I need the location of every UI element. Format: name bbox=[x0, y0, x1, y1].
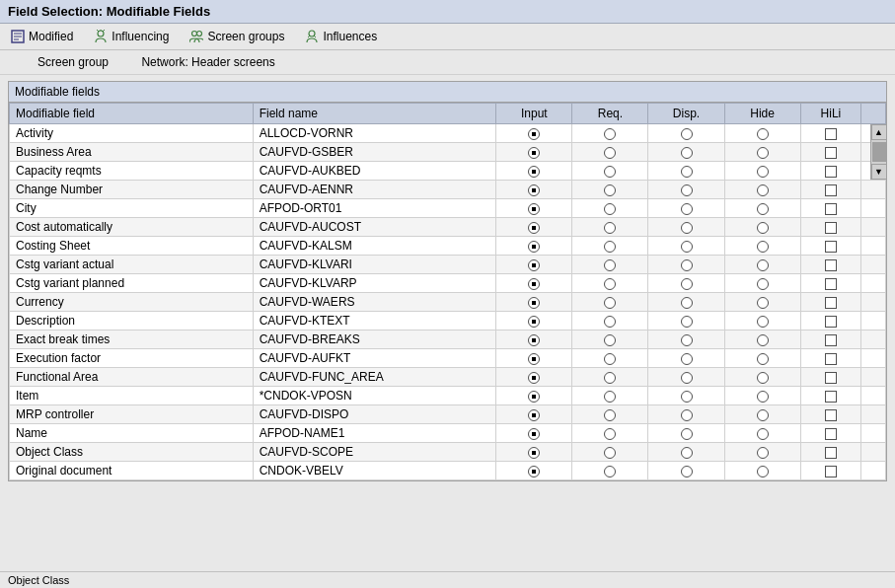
cell-disp[interactable] bbox=[648, 237, 724, 256]
checkbox-hili[interactable] bbox=[825, 203, 837, 215]
cell-disp[interactable] bbox=[648, 293, 724, 312]
radio-disp-empty[interactable] bbox=[681, 391, 693, 403]
cell-req[interactable] bbox=[572, 293, 648, 312]
cell-disp[interactable] bbox=[648, 162, 724, 181]
cell-req[interactable] bbox=[572, 331, 648, 349]
radio-hide-empty[interactable] bbox=[757, 297, 769, 309]
radio-input-filled[interactable] bbox=[528, 278, 540, 290]
checkbox-hili[interactable] bbox=[825, 409, 837, 421]
cell-input[interactable] bbox=[496, 405, 572, 424]
checkbox-hili[interactable] bbox=[825, 241, 837, 253]
cell-req[interactable] bbox=[572, 218, 648, 237]
cell-input[interactable] bbox=[496, 387, 572, 405]
cell-input[interactable] bbox=[496, 462, 572, 480]
radio-req-empty[interactable] bbox=[604, 466, 616, 478]
checkbox-hili[interactable] bbox=[825, 353, 837, 365]
radio-input-filled[interactable] bbox=[528, 353, 540, 365]
checkbox-hili[interactable] bbox=[825, 259, 837, 271]
cell-hide[interactable] bbox=[724, 256, 800, 274]
cell-hili[interactable] bbox=[800, 199, 861, 218]
radio-req-empty[interactable] bbox=[604, 372, 616, 384]
radio-disp-empty[interactable] bbox=[681, 166, 693, 178]
checkbox-hili[interactable] bbox=[825, 372, 837, 384]
radio-disp-empty[interactable] bbox=[681, 278, 693, 290]
cell-disp[interactable] bbox=[648, 443, 724, 462]
radio-req-empty[interactable] bbox=[604, 184, 616, 196]
cell-hili[interactable] bbox=[800, 162, 861, 181]
radio-req-empty[interactable] bbox=[604, 259, 616, 271]
cell-disp[interactable] bbox=[648, 405, 724, 424]
cell-input[interactable] bbox=[496, 331, 572, 349]
cell-hide[interactable] bbox=[724, 181, 800, 199]
radio-input-filled[interactable] bbox=[528, 241, 540, 253]
radio-disp-empty[interactable] bbox=[681, 316, 693, 328]
radio-disp-empty[interactable] bbox=[681, 334, 693, 346]
cell-req[interactable] bbox=[572, 387, 648, 405]
radio-disp-empty[interactable] bbox=[681, 297, 693, 309]
cell-hili[interactable] bbox=[800, 405, 861, 424]
cell-hide[interactable] bbox=[724, 162, 800, 181]
cell-input[interactable] bbox=[496, 162, 572, 181]
checkbox-hili[interactable] bbox=[825, 466, 837, 478]
cell-input[interactable] bbox=[496, 274, 572, 293]
cell-hide[interactable] bbox=[724, 368, 800, 387]
radio-req-empty[interactable] bbox=[604, 278, 616, 290]
radio-hide-empty[interactable] bbox=[757, 391, 769, 403]
radio-disp-empty[interactable] bbox=[681, 147, 693, 159]
radio-input-filled[interactable] bbox=[528, 466, 540, 478]
cell-req[interactable] bbox=[572, 349, 648, 368]
cell-disp[interactable] bbox=[648, 331, 724, 349]
radio-hide-empty[interactable] bbox=[757, 409, 769, 421]
cell-hili[interactable] bbox=[800, 387, 861, 405]
cell-disp[interactable] bbox=[648, 349, 724, 368]
cell-req[interactable] bbox=[572, 143, 648, 162]
radio-req-empty[interactable] bbox=[604, 297, 616, 309]
cell-hili[interactable] bbox=[800, 462, 861, 480]
radio-disp-empty[interactable] bbox=[681, 184, 693, 196]
cell-req[interactable] bbox=[572, 124, 648, 143]
cell-hili[interactable] bbox=[800, 293, 861, 312]
radio-disp-empty[interactable] bbox=[681, 372, 693, 384]
cell-req[interactable] bbox=[572, 274, 648, 293]
radio-hide-empty[interactable] bbox=[757, 316, 769, 328]
cell-hili[interactable] bbox=[800, 331, 861, 349]
cell-hide[interactable] bbox=[724, 462, 800, 480]
radio-disp-empty[interactable] bbox=[681, 466, 693, 478]
radio-input-filled[interactable] bbox=[528, 222, 540, 234]
cell-hide[interactable] bbox=[724, 331, 800, 349]
radio-input-filled[interactable] bbox=[528, 391, 540, 403]
radio-disp-empty[interactable] bbox=[681, 447, 693, 459]
influencing-button[interactable]: Influencing bbox=[89, 27, 173, 46]
radio-hide-empty[interactable] bbox=[757, 278, 769, 290]
checkbox-hili[interactable] bbox=[825, 147, 837, 159]
radio-disp-empty[interactable] bbox=[681, 128, 693, 140]
cell-hili[interactable] bbox=[800, 218, 861, 237]
cell-input[interactable] bbox=[496, 443, 572, 462]
cell-hide[interactable] bbox=[724, 218, 800, 237]
radio-input-filled[interactable] bbox=[528, 372, 540, 384]
radio-input-filled[interactable] bbox=[528, 297, 540, 309]
cell-hide[interactable] bbox=[724, 424, 800, 443]
cell-hili[interactable] bbox=[800, 237, 861, 256]
cell-hili[interactable] bbox=[800, 368, 861, 387]
cell-hide[interactable] bbox=[724, 293, 800, 312]
cell-hide[interactable] bbox=[724, 349, 800, 368]
cell-hide[interactable] bbox=[724, 387, 800, 405]
radio-disp-empty[interactable] bbox=[681, 203, 693, 215]
radio-hide-empty[interactable] bbox=[757, 428, 769, 440]
screen-groups-button[interactable]: Screen groups bbox=[185, 27, 288, 46]
cell-hili[interactable] bbox=[800, 143, 861, 162]
radio-req-empty[interactable] bbox=[604, 203, 616, 215]
radio-disp-empty[interactable] bbox=[681, 222, 693, 234]
cell-disp[interactable] bbox=[648, 312, 724, 331]
radio-hide-empty[interactable] bbox=[757, 447, 769, 459]
radio-input-filled[interactable] bbox=[528, 259, 540, 271]
cell-disp[interactable] bbox=[648, 199, 724, 218]
radio-req-empty[interactable] bbox=[604, 222, 616, 234]
cell-hide[interactable] bbox=[724, 312, 800, 331]
radio-hide-empty[interactable] bbox=[757, 334, 769, 346]
cell-hide[interactable] bbox=[724, 405, 800, 424]
cell-req[interactable] bbox=[572, 312, 648, 331]
cell-disp[interactable] bbox=[648, 124, 724, 143]
cell-input[interactable] bbox=[496, 424, 572, 443]
